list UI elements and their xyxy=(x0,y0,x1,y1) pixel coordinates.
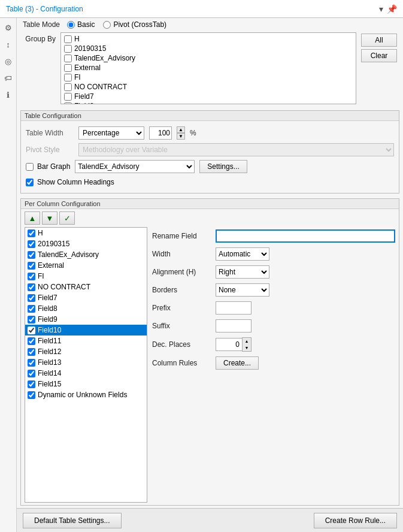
col-item-field14[interactable]: Field14 xyxy=(25,368,147,379)
left-toolbar: ⚙ ↕ ◎ 🏷 ℹ xyxy=(0,18,17,532)
arrow-icon[interactable]: ↕ xyxy=(2,38,14,50)
group-by-buttons: All Clear xyxy=(361,32,397,104)
col-item-field8[interactable]: Field8 xyxy=(25,303,147,314)
checklist-item-field7[interactable]: Field7 xyxy=(62,92,354,101)
suffix-input[interactable] xyxy=(216,319,252,332)
table-config-title: Table Configuration xyxy=(21,111,399,121)
collapse-icon[interactable]: ▾ xyxy=(379,4,383,14)
spinner-down[interactable]: ▼ xyxy=(177,133,185,140)
title-bar-icons: ▾ 📌 xyxy=(379,4,397,14)
checklist-item-fi[interactable]: FI xyxy=(62,72,354,82)
col-item-20190315[interactable]: 20190315 xyxy=(25,238,147,249)
width-select[interactable]: Automatic Fixed xyxy=(216,247,269,261)
col-item-no-contract[interactable]: NO CONTRACT xyxy=(25,282,147,292)
circle-icon[interactable]: ◎ xyxy=(2,55,14,67)
dec-places-input[interactable] xyxy=(216,338,242,351)
default-settings-button[interactable]: Default Table Settings... xyxy=(23,513,122,528)
col-item-talendex[interactable]: TalendEx_Advisory xyxy=(25,249,147,260)
col-item-field15[interactable]: Field15 xyxy=(25,379,147,389)
table-config-content: Table Width Percentage Fixed Auto ▲ ▼ % xyxy=(21,121,399,193)
show-headings-label[interactable]: Show Column Headings xyxy=(26,177,114,188)
move-up-button[interactable]: ▲ xyxy=(25,211,40,225)
pin-icon[interactable]: 📌 xyxy=(387,4,397,14)
column-rules-row: Column Rules Create... xyxy=(152,355,395,371)
dec-places-wrap: ▲ ▼ xyxy=(216,337,252,352)
group-by-checklist[interactable]: H 20190315 TalendEx_Advisory External FI… xyxy=(60,32,356,104)
col-item-fi[interactable]: FI xyxy=(25,271,147,282)
bar-graph-select[interactable]: TalendEx_Advisory xyxy=(75,160,195,173)
window-title: Table (3) - Configuration xyxy=(6,5,83,13)
col-item-field11[interactable]: Field11 xyxy=(25,335,147,346)
settings-button[interactable]: Settings... xyxy=(199,160,247,173)
checklist-item-talendex-advisory[interactable]: TalendEx_Advisory xyxy=(62,53,354,63)
table-width-spinner: ▲ ▼ xyxy=(177,126,185,140)
checklist-item-h[interactable]: H xyxy=(62,34,354,44)
col-config-panel: Rename Field Width Automatic Fixed Align… xyxy=(152,211,395,503)
borders-select[interactable]: None All Outer Inner xyxy=(216,283,269,297)
col-item-field12[interactable]: Field12 xyxy=(25,346,147,357)
checklist-item-external[interactable]: External xyxy=(62,63,354,72)
width-row: Width Automatic Fixed xyxy=(152,246,395,262)
move-down-button[interactable]: ▼ xyxy=(42,211,57,225)
col-item-field9[interactable]: Field9 xyxy=(25,314,147,325)
show-headings-row: Show Column Headings xyxy=(26,175,394,189)
col-item-field10[interactable]: Field10 xyxy=(25,325,147,335)
tag-icon[interactable]: 🏷 xyxy=(2,72,14,84)
pivot-style-label: Pivot Style xyxy=(26,146,74,154)
check-all-button[interactable]: ✓ xyxy=(59,211,75,225)
rename-field-label: Rename Field xyxy=(152,232,212,240)
dynamic-label: Dynamic or Unknown Fields xyxy=(38,391,127,399)
col-item-field13[interactable]: Field13 xyxy=(25,357,147,368)
info-icon[interactable]: ℹ xyxy=(2,89,14,101)
dec-spinner-up[interactable]: ▲ xyxy=(243,338,251,344)
dec-spinner-down[interactable]: ▼ xyxy=(243,344,251,351)
col-item-field7[interactable]: Field7 xyxy=(25,292,147,303)
table-width-select[interactable]: Percentage Fixed Auto xyxy=(78,126,144,140)
prefix-row: Prefix xyxy=(152,300,395,316)
width-label: Width xyxy=(152,250,212,258)
suffix-label: Suffix xyxy=(152,322,212,330)
gear-icon[interactable]: ⚙ xyxy=(2,22,14,34)
show-headings-checkbox[interactable] xyxy=(26,179,34,186)
percent-label: % xyxy=(190,129,196,137)
column-rules-label: Column Rules xyxy=(152,359,212,367)
checklist-item-field8[interactable]: Field8 xyxy=(62,101,354,104)
title-bar: Table (3) - Configuration ▾ 📌 xyxy=(0,0,403,18)
bar-graph-checkbox[interactable] xyxy=(26,163,34,171)
checklist-item-20190315[interactable]: 20190315 xyxy=(62,44,354,53)
col-item-dynamic[interactable]: Dynamic or Unknown Fields xyxy=(25,389,147,400)
col-list-toolbar: ▲ ▼ ✓ xyxy=(25,211,147,225)
clear-button[interactable]: Clear xyxy=(361,49,397,62)
prefix-input[interactable] xyxy=(216,301,252,315)
create-row-button[interactable]: Create Row Rule... xyxy=(314,513,397,528)
col-item-external[interactable]: External xyxy=(25,260,147,271)
spinner-up[interactable]: ▲ xyxy=(177,126,185,133)
alignment-row: Alignment (H) Left Center Right xyxy=(152,264,395,280)
table-mode-row: Table Mode Basic Pivot (CrossTab) xyxy=(17,18,403,31)
borders-label: Borders xyxy=(152,286,212,294)
dec-spinner: ▲ ▼ xyxy=(242,337,252,352)
radio-pivot-label: Pivot (CrossTab) xyxy=(113,20,166,29)
checklist-item-no-contract[interactable]: NO CONTRACT xyxy=(62,82,354,92)
show-headings-text: Show Column Headings xyxy=(37,178,114,186)
alignment-select[interactable]: Left Center Right xyxy=(216,265,269,279)
rename-field-input[interactable] xyxy=(216,229,395,243)
table-width-label: Table Width xyxy=(26,129,74,137)
col-item-h[interactable]: H xyxy=(25,228,147,238)
pivot-style-select: Methodology over Variable xyxy=(78,143,394,156)
col-list-box[interactable]: H 20190315 TalendEx_Advisory External FI… xyxy=(25,227,147,503)
prefix-label: Prefix xyxy=(152,304,212,312)
all-button[interactable]: All xyxy=(361,34,397,47)
bar-graph-label[interactable]: Bar Graph xyxy=(26,161,70,172)
radio-pivot[interactable]: Pivot (CrossTab) xyxy=(103,20,166,29)
table-width-number[interactable] xyxy=(149,126,172,140)
dec-places-row: Dec. Places ▲ ▼ xyxy=(152,336,395,353)
radio-basic[interactable]: Basic xyxy=(67,20,95,29)
dec-places-label: Dec. Places xyxy=(152,340,212,349)
col-list-area: ▲ ▼ ✓ H 20190315 TalendEx_Advisory Exter… xyxy=(25,211,147,503)
create-rule-button[interactable]: Create... xyxy=(216,356,259,370)
table-mode-label: Table Mode xyxy=(23,20,60,29)
per-column-content: ▲ ▼ ✓ H 20190315 TalendEx_Advisory Exter… xyxy=(21,209,399,505)
pivot-style-row: Pivot Style Methodology over Variable xyxy=(26,141,394,158)
per-column-section: Per Column Configuration ▲ ▼ ✓ H 2019031… xyxy=(20,198,399,506)
